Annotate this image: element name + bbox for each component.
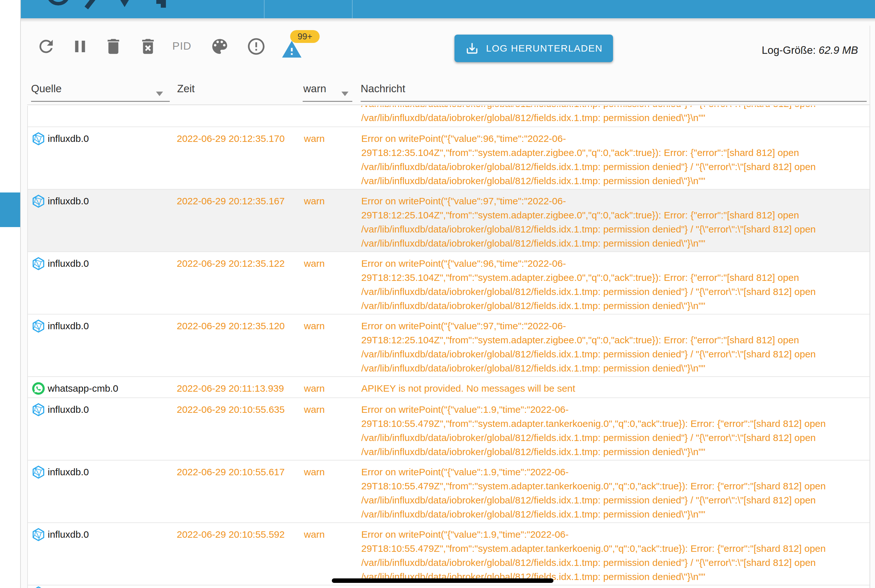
log-message-line: Error on writePoint("{"value":96,"time":… [361, 132, 858, 146]
clear-log-on-disk-button[interactable] [138, 36, 158, 56]
log-row: whatsapp-cmb.02022-06-29 20:11:13.939war… [28, 377, 869, 398]
log-source-cell: influxdb.0 [32, 403, 89, 417]
log-message: Error on writePoint("{"value":96,"time":… [361, 132, 858, 188]
log-timestamp: 2022-06-29 20:12:35.120 [177, 319, 285, 333]
home-indicator[interactable] [332, 578, 554, 583]
log-timestamp: 2022-06-29 20:10:55.592 [177, 528, 285, 542]
log-message-line: 29T18:12:35.104Z","from":"system.adapter… [361, 146, 858, 160]
appbar-shadow [21, 18, 875, 22]
log-row: /var/lib/influxdb/data/iobroker/global/8… [28, 106, 869, 127]
refresh-icon [36, 36, 56, 56]
refresh-button[interactable] [36, 36, 56, 56]
severity-filter-select[interactable]: warn [303, 82, 326, 95]
log-message-line: /var/lib/influxdb/data/iobroker/global/8… [361, 236, 858, 250]
log-message: Error on writePoint("{"value":1.9,"time"… [361, 528, 858, 584]
influxdb-icon [32, 403, 45, 416]
source-filter-select[interactable]: Quelle [31, 82, 62, 95]
error-filter-button[interactable] [246, 36, 266, 56]
log-row: influxdb.02022-06-29 20:12:35.167warnErr… [28, 190, 869, 252]
log-source-cell: influxdb.0 [32, 319, 89, 333]
left-gutter [0, 0, 21, 588]
log-message-line: /var/lib/influxdb/data/iobroker/global/8… [361, 361, 858, 375]
log-message: Error on writePoint("{"value":97,"time":… [361, 194, 858, 250]
log-row-sliver [28, 585, 869, 588]
log-table: /var/lib/influxdb/data/iobroker/global/8… [27, 106, 870, 588]
influxdb-icon [32, 132, 45, 146]
log-message-line: /var/lib/influxdb/data/iobroker/global/8… [361, 111, 858, 125]
log-message-line: /var/lib/influxdb/data/iobroker/global/8… [361, 160, 858, 174]
log-message-line: /var/lib/influxdb/data/iobroker/global/8… [361, 174, 858, 188]
influxdb-icon [32, 319, 45, 333]
log-source-cell: influxdb.0 [32, 465, 89, 479]
time-column-header: Zeit [177, 82, 195, 95]
log-severity: warn [304, 465, 325, 479]
clipped-appbar-icon [161, 0, 166, 8]
pause-icon [70, 36, 90, 56]
app-bar [21, 0, 875, 18]
chevron-down-icon[interactable] [341, 92, 348, 96]
log-message-line: /var/lib/influxdb/data/iobroker/global/8… [361, 285, 858, 299]
log-severity: warn [304, 319, 325, 333]
log-message: Error on writePoint("{"value":1.9,"time"… [361, 465, 858, 521]
log-message-line: 29T18:12:25.104Z","from":"system.adapter… [361, 333, 858, 347]
log-row: influxdb.02022-06-29 20:12:35.122warnErr… [28, 252, 869, 315]
log-message-line: 29T18:10:55.479Z","from":"system.adapter… [361, 417, 858, 431]
whatsapp-icon [32, 382, 45, 395]
log-source-label: influxdb.0 [48, 404, 89, 415]
log-source-cell: influxdb.0 [32, 132, 89, 146]
log-source-cell: influxdb.0 [32, 528, 89, 542]
log-row: influxdb.02022-06-29 20:12:35.120warnErr… [28, 315, 869, 377]
log-message-line: Error on writePoint("{"value":97,"time":… [361, 194, 858, 208]
trash-icon [104, 36, 123, 56]
right-border [869, 26, 870, 106]
log-source-cell: influxdb.0 [32, 256, 89, 271]
appbar-divider [264, 0, 264, 18]
log-row: influxdb.02022-06-29 20:12:35.170warnErr… [28, 127, 869, 190]
message-filter-input[interactable]: Nachricht [361, 82, 405, 95]
log-timestamp: 2022-06-29 20:10:55.617 [177, 465, 285, 479]
log-timestamp: 2022-06-29 20:12:35.167 [177, 194, 285, 208]
log-message-line: /var/lib/influxdb/data/iobroker/global/8… [361, 431, 858, 445]
error-outline-icon [246, 36, 266, 56]
clipped-appbar-icon [47, 0, 70, 6]
log-timestamp: 2022-06-29 20:11:13.939 [177, 381, 284, 396]
influxdb-icon [32, 257, 45, 270]
influxdb-icon [32, 586, 45, 588]
log-message-line: Error on writePoint("{"value":1.9,"time"… [361, 528, 858, 542]
trash-forever-icon [138, 36, 158, 56]
log-source-label: influxdb.0 [48, 133, 89, 144]
influxdb-icon [32, 528, 45, 541]
message-filter-underline [361, 101, 867, 102]
clear-log-button[interactable] [104, 36, 123, 56]
log-source-label: influxdb.0 [48, 196, 89, 207]
log-message-line: /var/lib/influxdb/data/iobroker/global/8… [361, 347, 858, 361]
log-source-label: influxdb.0 [48, 529, 89, 540]
download-icon [465, 41, 479, 56]
left-scroll-tab[interactable] [0, 192, 20, 227]
log-severity: warn [304, 528, 325, 542]
log-source-cell: whatsapp-cmb.0 [32, 381, 118, 396]
download-log-button[interactable]: LOG HERUNTERLADEN [455, 34, 613, 62]
log-severity: warn [304, 403, 325, 417]
log-message-line: /var/lib/influxdb/data/iobroker/global/8… [361, 556, 858, 570]
log-timestamp: 2022-06-29 20:12:35.170 [177, 132, 285, 146]
log-message: APIKEY is not provided. No messages will… [361, 381, 858, 396]
log-source-label: influxdb.0 [48, 466, 89, 477]
chevron-down-icon[interactable] [156, 92, 163, 96]
log-severity: warn [304, 132, 325, 146]
log-source-label: whatsapp-cmb.0 [48, 383, 118, 394]
log-message: Error on writePoint("{"value":1.9,"time"… [361, 403, 858, 459]
pid-toggle[interactable]: PID [172, 40, 192, 52]
colorize-button[interactable] [210, 36, 230, 56]
clipped-appbar-icon [84, 0, 105, 9]
log-message-line: /var/lib/influxdb/data/iobroker/global/8… [361, 222, 858, 236]
log-severity: warn [304, 194, 325, 208]
log-viewer-screen: PID 99+ LOG HERUNTERLADEN Log-Größe: 62.… [0, 0, 875, 588]
log-message-line: APIKEY is not provided. No messages will… [361, 381, 858, 396]
pause-button[interactable] [70, 36, 90, 56]
palette-icon [210, 36, 230, 56]
log-message: Error on writePoint("{"value":97,"time":… [361, 319, 858, 375]
log-timestamp: 2022-06-29 20:10:55.635 [177, 403, 285, 417]
log-message-line: 29T18:10:55.479Z","from":"system.adapter… [361, 479, 858, 493]
log-row: influxdb.02022-06-29 20:10:55.635warnErr… [28, 398, 869, 460]
